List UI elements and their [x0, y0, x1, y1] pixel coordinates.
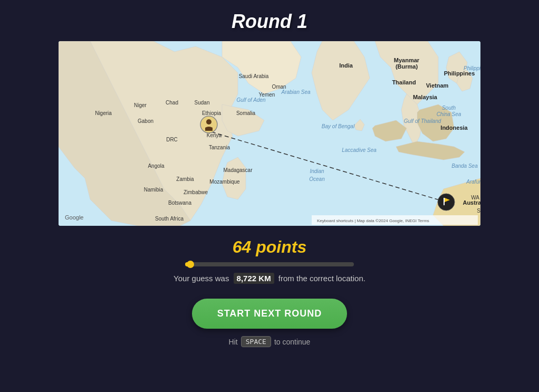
- svg-text:Sudan: Sudan: [195, 100, 210, 106]
- space-key-badge: SPACE: [241, 336, 271, 347]
- svg-text:Saudi Arabia: Saudi Arabia: [239, 73, 269, 79]
- svg-text:Laccadive Sea: Laccadive Sea: [342, 147, 377, 153]
- svg-text:Zambia: Zambia: [176, 176, 194, 182]
- start-next-round-button[interactable]: START NEXT ROUND: [192, 299, 348, 329]
- svg-text:India: India: [339, 62, 353, 69]
- svg-text:Google: Google: [65, 214, 83, 221]
- map-background: Arabian Sea Bay of Bengal Indian Ocean S…: [59, 41, 480, 226]
- svg-text:Oman: Oman: [272, 84, 286, 90]
- svg-text:Mozambique: Mozambique: [209, 179, 240, 185]
- svg-text:Bay of Bengal: Bay of Bengal: [322, 123, 355, 129]
- svg-text:Tanzania: Tanzania: [209, 145, 230, 150]
- svg-text:Zimbabwe: Zimbabwe: [184, 189, 208, 195]
- svg-text:Philippines: Philippines: [444, 70, 475, 77]
- svg-text:Angola: Angola: [148, 163, 165, 169]
- svg-text:Indian: Indian: [310, 168, 324, 174]
- svg-text:Keyboard shortcuts | Map data : Keyboard shortcuts | Map data ©2024 Goog…: [317, 218, 429, 223]
- score-bar: [185, 262, 354, 266]
- svg-text:Myanmar: Myanmar: [394, 57, 420, 63]
- svg-text:Chad: Chad: [166, 100, 178, 106]
- svg-text:South Africa: South Africa: [155, 216, 184, 222]
- svg-text:Arafura Sea: Arafura Sea: [466, 179, 480, 185]
- svg-rect-49: [444, 198, 445, 205]
- svg-text:Gulf of Thailand: Gulf of Thailand: [404, 118, 441, 124]
- map-svg: Arabian Sea Bay of Bengal Indian Ocean S…: [59, 41, 480, 226]
- score-points: 64 points: [233, 237, 306, 257]
- svg-text:Madagascar: Madagascar: [223, 167, 253, 173]
- svg-text:Arabian Sea: Arabian Sea: [281, 89, 310, 95]
- svg-text:Gulf of Aden: Gulf of Aden: [236, 97, 266, 103]
- hint-prefix: Hit: [229, 338, 238, 346]
- svg-text:Ocean: Ocean: [309, 176, 325, 182]
- hint-suffix: to continue: [274, 338, 311, 346]
- svg-text:Botswana: Botswana: [168, 200, 191, 206]
- guess-prefix: Your guess was: [174, 274, 229, 283]
- svg-text:Banda Sea: Banda Sea: [451, 163, 478, 169]
- svg-text:DRC: DRC: [166, 137, 178, 142]
- svg-text:(Burma): (Burma): [396, 63, 418, 70]
- svg-text:China Sea: China Sea: [437, 111, 461, 117]
- svg-text:Niger: Niger: [134, 102, 147, 108]
- svg-text:Yemen: Yemen: [259, 92, 275, 98]
- svg-text:Indonesia: Indonesia: [440, 125, 468, 131]
- svg-text:Malaysia: Malaysia: [413, 94, 438, 100]
- svg-text:Namibia: Namibia: [144, 187, 163, 193]
- svg-text:Somalia: Somalia: [236, 110, 256, 116]
- svg-text:South: South: [442, 105, 456, 111]
- svg-text:Nigeria: Nigeria: [95, 110, 112, 116]
- svg-text:Gabon: Gabon: [138, 118, 153, 124]
- svg-text:Thailand: Thailand: [392, 79, 416, 85]
- guess-text: Your guess was 8,722 KM from the correct…: [174, 274, 365, 283]
- svg-text:Vietnam: Vietnam: [426, 82, 449, 89]
- guess-suffix: from the correct location.: [278, 274, 365, 283]
- svg-point-47: [206, 119, 211, 125]
- svg-text:WA: WA: [471, 195, 479, 200]
- svg-text:Ethiopia: Ethiopia: [202, 110, 222, 116]
- score-bar-dot: [187, 261, 194, 268]
- keyboard-hint: Hit SPACE to continue: [229, 336, 311, 347]
- page-title: Round 1: [232, 11, 307, 33]
- map-container: Arabian Sea Bay of Bengal Indian Ocean S…: [59, 41, 480, 226]
- svg-text:SA: SA: [477, 208, 480, 214]
- svg-point-48: [438, 194, 455, 211]
- guess-distance: 8,722 KM: [234, 273, 274, 284]
